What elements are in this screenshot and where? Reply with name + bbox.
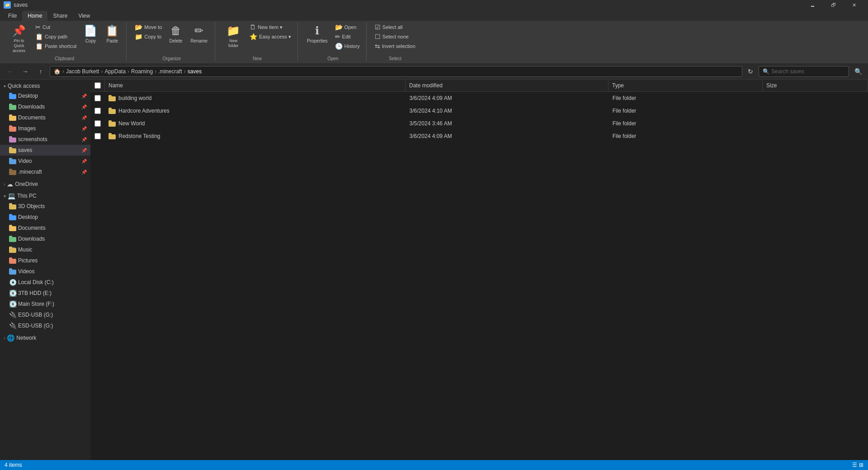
refresh-button[interactable]: ↻: [745, 66, 756, 77]
sidebar-item-minecraft[interactable]: .minecraft 📌: [0, 166, 90, 177]
select-all-checkbox[interactable]: [94, 82, 101, 89]
invert-selection-button[interactable]: ⇆ Invert selection: [372, 42, 418, 51]
search-button[interactable]: 🔍: [852, 66, 864, 77]
network-section: › 🌐 Network: [0, 333, 90, 343]
new-items: 📁 New folder 🗒 New item ▾ ⭐ Easy access …: [221, 23, 294, 55]
pin-indicator: 📌: [81, 115, 87, 120]
quick-access-label: Quick access: [8, 83, 40, 89]
sidebar-item-screenshots[interactable]: screenshots 📌: [0, 134, 90, 145]
sidebar-item-documents[interactable]: Documents 📌: [0, 112, 90, 123]
local-disk-icon: 💿: [9, 279, 16, 285]
quick-access-header[interactable]: ▾ Quick access: [0, 81, 90, 90]
restore-button[interactable]: 🗗: [823, 0, 844, 10]
new-folder-button[interactable]: 📁 New folder: [221, 23, 246, 50]
header-checkbox[interactable]: [90, 80, 105, 91]
header-type[interactable]: Type: [609, 80, 763, 91]
title-bar: 📁 saves 🗕 🗗 ✕: [0, 0, 868, 10]
tab-share[interactable]: Share: [47, 11, 73, 21]
onedrive-header[interactable]: › ☁ OneDrive: [0, 179, 90, 189]
sidebar-item-pictures[interactable]: Pictures: [0, 255, 90, 266]
address-bar: ← → ↑ 🏠 › Jacob Burkett › AppData › Roam…: [0, 63, 868, 80]
up-button[interactable]: ↑: [34, 66, 47, 77]
edit-button[interactable]: ✏ Edit: [332, 32, 363, 41]
header-size[interactable]: Size: [763, 80, 868, 91]
path-segment-3[interactable]: Roaming: [131, 68, 153, 75]
row-checkbox-input[interactable]: [94, 120, 101, 127]
path-segment-1[interactable]: Jacob Burkett: [66, 68, 99, 75]
paste-shortcut-button[interactable]: 📋 Paste shortcut: [33, 42, 79, 51]
3d-objects-icon: [9, 203, 16, 209]
sidebar-item-label: Downloads: [18, 236, 45, 242]
copy-to-button[interactable]: 📁 Copy to: [132, 32, 165, 41]
tab-view[interactable]: View: [73, 11, 95, 21]
row-checkbox-input[interactable]: [94, 108, 101, 114]
sidebar-item-label: 3D Objects: [18, 203, 45, 209]
select-all-button[interactable]: ☑ Select all: [372, 23, 418, 32]
sidebar-item-3d-objects[interactable]: 3D Objects: [0, 201, 90, 212]
history-button[interactable]: 🕒 History: [332, 42, 363, 51]
sidebar-item-esd-usb-2[interactable]: 🔌 ESD-USB (G:): [0, 320, 90, 331]
address-path[interactable]: 🏠 › Jacob Burkett › AppData › Roaming › …: [50, 66, 742, 77]
sidebar-item-downloads-pc[interactable]: Downloads: [0, 233, 90, 244]
path-segment-4[interactable]: .minecraft: [158, 68, 182, 75]
new-item-button[interactable]: 🗒 New item ▾: [247, 23, 294, 32]
row-checkbox-input[interactable]: [94, 95, 101, 101]
path-segment-5[interactable]: saves: [188, 68, 202, 75]
sidebar-item-music[interactable]: 🎵 Music: [0, 244, 90, 255]
status-right: ☰ ⊞: [852, 462, 863, 468]
row-checkbox-input[interactable]: [94, 133, 101, 139]
table-row[interactable]: Hardcore Adventures 3/6/2024 4:10 AM Fil…: [90, 104, 868, 117]
sidebar-item-saves[interactable]: saves 📌: [0, 145, 90, 156]
header-name[interactable]: Name: [105, 80, 406, 91]
properties-button[interactable]: ℹ Properties: [303, 23, 331, 45]
folder-icon: [108, 108, 116, 114]
tab-file[interactable]: File: [3, 11, 22, 21]
table-row[interactable]: Redstone Testing 3/6/2024 4:09 AM File f…: [90, 130, 868, 142]
sidebar-item-images[interactable]: Images 📌: [0, 123, 90, 134]
open-button[interactable]: 📂 Open: [332, 23, 363, 32]
move-to-button[interactable]: 📂 Move to: [132, 23, 165, 32]
forward-button[interactable]: →: [19, 66, 32, 77]
sidebar-item-documents-pc[interactable]: Documents: [0, 223, 90, 233]
rename-button[interactable]: ✏ Rename: [187, 23, 211, 45]
table-row[interactable]: building world 3/6/2024 4:09 AM File fol…: [90, 92, 868, 104]
header-date[interactable]: Date modified: [406, 80, 609, 91]
grid-icon[interactable]: ⊞: [859, 462, 863, 468]
back-button[interactable]: ←: [4, 66, 16, 77]
quick-access-section: ▾ Quick access Desktop 📌 Downloads 📌 Doc…: [0, 81, 90, 177]
sidebar-item-desktop-pc[interactable]: Desktop: [0, 212, 90, 223]
sidebar-item-video[interactable]: Video 📌: [0, 156, 90, 166]
network-header[interactable]: › 🌐 Network: [0, 333, 90, 343]
delete-button[interactable]: 🗑 Delete: [165, 23, 186, 45]
view-icon[interactable]: ☰: [852, 462, 857, 468]
table-row[interactable]: New World 3/5/2024 3:46 AM File folder: [90, 117, 868, 130]
this-pc-header[interactable]: ▾ 💻 This PC: [0, 191, 90, 201]
path-segment-2[interactable]: AppData: [104, 68, 126, 75]
this-pc-icon: 💻: [8, 192, 15, 199]
sidebar-item-desktop[interactable]: Desktop 📌: [0, 90, 90, 101]
cut-button[interactable]: ✂ Cut: [33, 23, 79, 32]
easy-access-button[interactable]: ⭐ Easy access ▾: [247, 32, 294, 41]
sidebar-item-3tb-hdd[interactable]: 💽 3TB HDD (E:): [0, 288, 90, 299]
sidebar-item-esd-usb-1[interactable]: 🔌 ESD-USB (G:): [0, 309, 90, 320]
minimize-button[interactable]: 🗕: [802, 0, 823, 10]
sidebar-item-downloads[interactable]: Downloads 📌: [0, 101, 90, 112]
sidebar-item-main-store[interactable]: 💽 Main Store (F:): [0, 299, 90, 309]
sidebar-item-label: Desktop: [18, 214, 38, 220]
sidebar-item-local-disk[interactable]: 💿 Local Disk (C:): [0, 277, 90, 288]
sidebar-item-videos-pc[interactable]: Videos: [0, 266, 90, 277]
paste-button[interactable]: 📋 Paste: [102, 23, 123, 45]
window-title: saves: [14, 2, 28, 8]
close-button[interactable]: ✕: [844, 0, 864, 10]
copy-path-button[interactable]: 📋 Copy path: [33, 32, 79, 41]
select-none-button[interactable]: ☐ Select none: [372, 32, 418, 41]
copy-button[interactable]: 📄 Copy: [80, 23, 101, 45]
ribbon-group-clipboard: 📌 Pin to Quick access ✂ Cut 📋 Copy path …: [3, 23, 127, 61]
pin-indicator: 📌: [81, 94, 87, 99]
pin-icon: 📌: [12, 24, 26, 37]
pin-to-quick-button[interactable]: 📌 Pin to Quick access: [6, 23, 32, 55]
tab-home[interactable]: Home: [22, 11, 47, 21]
easy-access-icon: ⭐: [250, 33, 257, 40]
onedrive-icon: ☁: [7, 180, 13, 188]
open-items: ℹ Properties 📂 Open ✏ Edit 🕒 History: [303, 23, 363, 55]
